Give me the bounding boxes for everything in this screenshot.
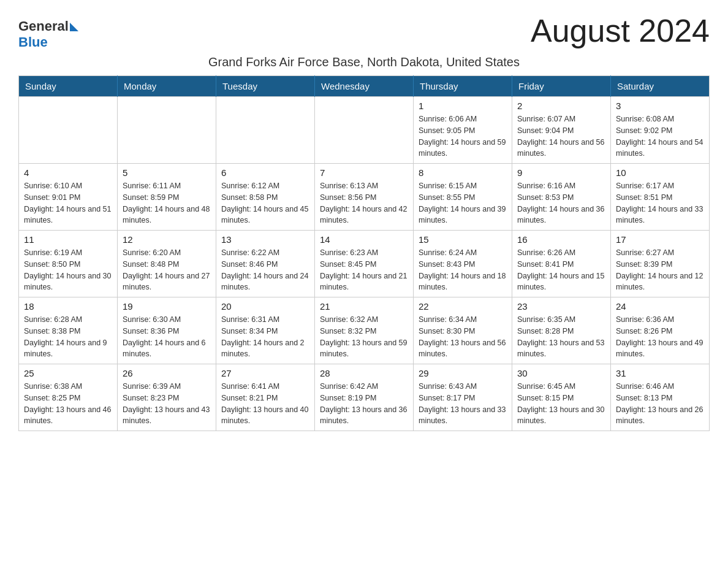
- day-number: 8: [419, 167, 507, 178]
- calendar-cell: 2Sunrise: 6:07 AM Sunset: 9:04 PM Daylig…: [512, 97, 611, 164]
- day-info: Sunrise: 6:24 AM Sunset: 8:43 PM Dayligh…: [419, 247, 507, 293]
- day-number: 12: [123, 234, 211, 245]
- logo-general: General: [18, 18, 69, 34]
- calendar-table: SundayMondayTuesdayWednesdayThursdayFrid…: [18, 75, 710, 431]
- day-number: 5: [123, 167, 211, 178]
- day-info: Sunrise: 6:32 AM Sunset: 8:32 PM Dayligh…: [320, 314, 408, 360]
- calendar-cell: 16Sunrise: 6:26 AM Sunset: 8:41 PM Dayli…: [512, 231, 611, 297]
- day-info: Sunrise: 6:43 AM Sunset: 8:17 PM Dayligh…: [419, 381, 507, 427]
- calendar-cell: 15Sunrise: 6:24 AM Sunset: 8:43 PM Dayli…: [414, 231, 512, 297]
- calendar-cell: 22Sunrise: 6:34 AM Sunset: 8:30 PM Dayli…: [414, 297, 512, 364]
- day-info: Sunrise: 6:34 AM Sunset: 8:30 PM Dayligh…: [419, 314, 507, 360]
- calendar-cell: 1Sunrise: 6:06 AM Sunset: 9:05 PM Daylig…: [414, 97, 512, 164]
- day-number: 6: [221, 167, 309, 178]
- calendar-header-row: SundayMondayTuesdayWednesdayThursdayFrid…: [19, 76, 710, 97]
- day-info: Sunrise: 6:07 AM Sunset: 9:04 PM Dayligh…: [517, 113, 605, 159]
- day-number: 4: [24, 167, 112, 178]
- day-number: 10: [616, 167, 704, 178]
- calendar-cell: 13Sunrise: 6:22 AM Sunset: 8:46 PM Dayli…: [216, 231, 315, 297]
- weekday-header-monday: Monday: [118, 76, 216, 97]
- day-number: 22: [419, 301, 507, 312]
- day-info: Sunrise: 6:36 AM Sunset: 8:26 PM Dayligh…: [616, 314, 704, 360]
- day-info: Sunrise: 6:15 AM Sunset: 8:55 PM Dayligh…: [419, 180, 507, 226]
- calendar-cell: 20Sunrise: 6:31 AM Sunset: 8:34 PM Dayli…: [216, 297, 315, 364]
- day-info: Sunrise: 6:30 AM Sunset: 8:36 PM Dayligh…: [123, 314, 211, 360]
- calendar-cell: 25Sunrise: 6:38 AM Sunset: 8:25 PM Dayli…: [19, 364, 118, 431]
- day-info: Sunrise: 6:19 AM Sunset: 8:50 PM Dayligh…: [24, 247, 112, 293]
- day-info: Sunrise: 6:35 AM Sunset: 8:28 PM Dayligh…: [517, 314, 605, 360]
- day-number: 7: [320, 167, 408, 178]
- day-info: Sunrise: 6:38 AM Sunset: 8:25 PM Dayligh…: [24, 381, 112, 427]
- day-info: Sunrise: 6:41 AM Sunset: 8:21 PM Dayligh…: [221, 381, 309, 427]
- day-info: Sunrise: 6:26 AM Sunset: 8:41 PM Dayligh…: [517, 247, 605, 293]
- week-row-3: 11Sunrise: 6:19 AM Sunset: 8:50 PM Dayli…: [19, 231, 710, 297]
- day-number: 23: [517, 301, 605, 312]
- day-number: 2: [517, 101, 605, 111]
- weekday-header-wednesday: Wednesday: [315, 76, 414, 97]
- day-info: Sunrise: 6:45 AM Sunset: 8:15 PM Dayligh…: [517, 381, 605, 427]
- calendar-cell: 27Sunrise: 6:41 AM Sunset: 8:21 PM Dayli…: [216, 364, 315, 431]
- weekday-header-tuesday: Tuesday: [216, 76, 315, 97]
- day-number: 14: [320, 234, 408, 245]
- day-info: Sunrise: 6:11 AM Sunset: 8:59 PM Dayligh…: [123, 180, 211, 226]
- day-number: 29: [419, 368, 507, 378]
- calendar-cell: 28Sunrise: 6:42 AM Sunset: 8:19 PM Dayli…: [315, 364, 414, 431]
- logo-triangle-icon: [70, 23, 78, 31]
- calendar-cell: 14Sunrise: 6:23 AM Sunset: 8:45 PM Dayli…: [315, 231, 414, 297]
- calendar-cell: 26Sunrise: 6:39 AM Sunset: 8:23 PM Dayli…: [118, 364, 216, 431]
- week-row-1: 1Sunrise: 6:06 AM Sunset: 9:05 PM Daylig…: [19, 97, 710, 164]
- day-number: 16: [517, 234, 605, 245]
- weekday-header-saturday: Saturday: [611, 76, 710, 97]
- day-info: Sunrise: 6:31 AM Sunset: 8:34 PM Dayligh…: [221, 314, 309, 360]
- day-info: Sunrise: 6:39 AM Sunset: 8:23 PM Dayligh…: [123, 381, 211, 427]
- day-info: Sunrise: 6:22 AM Sunset: 8:46 PM Dayligh…: [221, 247, 309, 293]
- day-number: 11: [24, 234, 112, 245]
- day-number: 15: [419, 234, 507, 245]
- day-info: Sunrise: 6:17 AM Sunset: 8:51 PM Dayligh…: [616, 180, 704, 226]
- calendar-cell: 11Sunrise: 6:19 AM Sunset: 8:50 PM Dayli…: [19, 231, 118, 297]
- calendar-cell: 24Sunrise: 6:36 AM Sunset: 8:26 PM Dayli…: [611, 297, 710, 364]
- day-info: Sunrise: 6:10 AM Sunset: 9:01 PM Dayligh…: [24, 180, 112, 226]
- day-number: 19: [123, 301, 211, 312]
- calendar-cell: [19, 97, 118, 164]
- day-info: Sunrise: 6:12 AM Sunset: 8:58 PM Dayligh…: [221, 180, 309, 226]
- logo-blue: Blue: [18, 34, 48, 50]
- weekday-header-friday: Friday: [512, 76, 611, 97]
- day-number: 24: [616, 301, 704, 312]
- month-title: August 2024: [531, 12, 710, 49]
- location-title: Grand Forks Air Force Base, North Dakota…: [18, 55, 710, 69]
- calendar-cell: 5Sunrise: 6:11 AM Sunset: 8:59 PM Daylig…: [118, 164, 216, 231]
- calendar-cell: 21Sunrise: 6:32 AM Sunset: 8:32 PM Dayli…: [315, 297, 414, 364]
- day-info: Sunrise: 6:16 AM Sunset: 8:53 PM Dayligh…: [517, 180, 605, 226]
- calendar-cell: 9Sunrise: 6:16 AM Sunset: 8:53 PM Daylig…: [512, 164, 611, 231]
- day-info: Sunrise: 6:06 AM Sunset: 9:05 PM Dayligh…: [419, 113, 507, 159]
- calendar-cell: 10Sunrise: 6:17 AM Sunset: 8:51 PM Dayli…: [611, 164, 710, 231]
- day-number: 30: [517, 368, 605, 378]
- day-number: 28: [320, 368, 408, 378]
- calendar-cell: [118, 97, 216, 164]
- calendar-cell: 23Sunrise: 6:35 AM Sunset: 8:28 PM Dayli…: [512, 297, 611, 364]
- day-number: 13: [221, 234, 309, 245]
- day-number: 17: [616, 234, 704, 245]
- day-info: Sunrise: 6:46 AM Sunset: 8:13 PM Dayligh…: [616, 381, 704, 427]
- day-number: 9: [517, 167, 605, 178]
- day-number: 1: [419, 101, 507, 111]
- calendar-cell: 18Sunrise: 6:28 AM Sunset: 8:38 PM Dayli…: [19, 297, 118, 364]
- day-info: Sunrise: 6:20 AM Sunset: 8:48 PM Dayligh…: [123, 247, 211, 293]
- calendar-cell: 19Sunrise: 6:30 AM Sunset: 8:36 PM Dayli…: [118, 297, 216, 364]
- calendar-cell: 17Sunrise: 6:27 AM Sunset: 8:39 PM Dayli…: [611, 231, 710, 297]
- day-info: Sunrise: 6:13 AM Sunset: 8:56 PM Dayligh…: [320, 180, 408, 226]
- day-number: 27: [221, 368, 309, 378]
- calendar-cell: 29Sunrise: 6:43 AM Sunset: 8:17 PM Dayli…: [414, 364, 512, 431]
- day-number: 31: [616, 368, 704, 378]
- calendar-cell: 8Sunrise: 6:15 AM Sunset: 8:55 PM Daylig…: [414, 164, 512, 231]
- day-number: 3: [616, 101, 704, 111]
- calendar-cell: 6Sunrise: 6:12 AM Sunset: 8:58 PM Daylig…: [216, 164, 315, 231]
- day-info: Sunrise: 6:08 AM Sunset: 9:02 PM Dayligh…: [616, 113, 704, 159]
- weekday-header-thursday: Thursday: [414, 76, 512, 97]
- calendar-cell: 4Sunrise: 6:10 AM Sunset: 9:01 PM Daylig…: [19, 164, 118, 231]
- day-number: 26: [123, 368, 211, 378]
- logo: General Blue: [18, 18, 78, 50]
- week-row-2: 4Sunrise: 6:10 AM Sunset: 9:01 PM Daylig…: [19, 164, 710, 231]
- day-info: Sunrise: 6:28 AM Sunset: 8:38 PM Dayligh…: [24, 314, 112, 360]
